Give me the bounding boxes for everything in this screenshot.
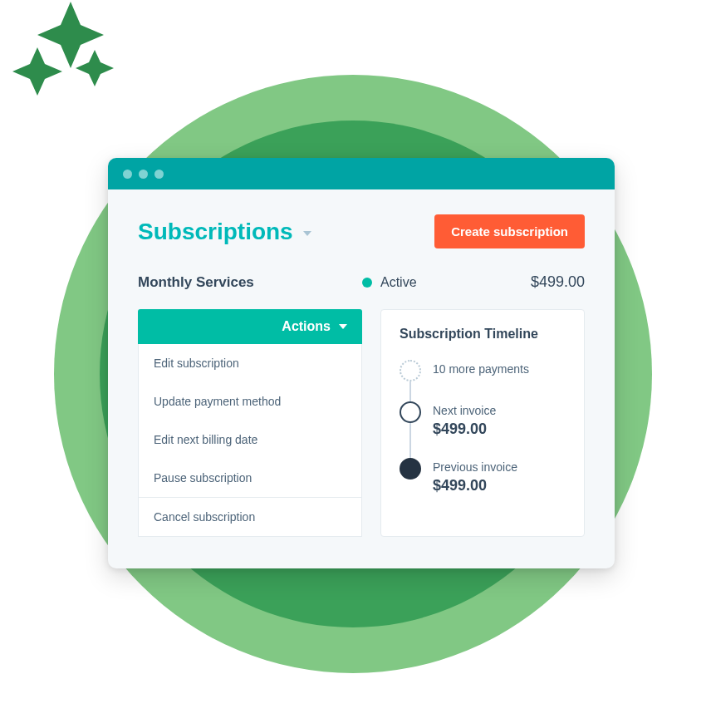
- actions-label: Actions: [282, 319, 331, 334]
- status-dot-icon: [362, 278, 372, 288]
- menu-item-edit-billing-date[interactable]: Edit next billing date: [139, 421, 361, 459]
- window-content: Subscriptions Create subscription Monthl…: [108, 189, 615, 568]
- actions-panel: Actions Edit subscription Update payment…: [138, 309, 362, 537]
- window-dot: [123, 170, 132, 179]
- timeline-list: 10 more payments Next invoice $499.00: [400, 360, 566, 494]
- timeline-node-next-icon: [400, 401, 421, 423]
- window-titlebar: [108, 158, 615, 189]
- actions-dropdown-header[interactable]: Actions: [138, 309, 362, 344]
- create-subscription-button[interactable]: Create subscription: [434, 214, 585, 248]
- timeline-panel: Subscription Timeline 10 more payments: [380, 309, 585, 537]
- menu-item-edit-subscription[interactable]: Edit subscription: [139, 344, 361, 382]
- window-dot: [154, 170, 164, 179]
- timeline-item: 10 more payments: [400, 360, 566, 401]
- timeline-label: 10 more payments: [433, 360, 566, 376]
- header-row: Subscriptions Create subscription: [138, 214, 585, 248]
- timeline-body: Previous invoice $499.00: [433, 458, 566, 494]
- chevron-down-icon: [339, 324, 347, 329]
- timeline-item: Next invoice $499.00: [400, 401, 566, 458]
- subscription-summary-row: Monthly Services Active $499.00: [138, 273, 585, 291]
- timeline-title: Subscription Timeline: [400, 327, 566, 342]
- timeline-item: Previous invoice $499.00: [400, 458, 566, 494]
- page-title-dropdown[interactable]: Subscriptions: [138, 219, 311, 245]
- chevron-down-icon: [303, 231, 311, 236]
- sparkle-icon: [12, 2, 129, 121]
- timeline-label: Next invoice: [433, 401, 566, 417]
- timeline-node-future-icon: [400, 360, 421, 381]
- timeline-body: 10 more payments: [433, 360, 566, 381]
- menu-item-update-payment[interactable]: Update payment method: [139, 382, 361, 421]
- page-title-text: Subscriptions: [138, 219, 293, 245]
- actions-menu: Edit subscription Update payment method …: [138, 344, 362, 537]
- app-window: Subscriptions Create subscription Monthl…: [108, 158, 615, 568]
- timeline-connector: [409, 423, 411, 461]
- menu-item-cancel-subscription[interactable]: Cancel subscription: [139, 497, 361, 536]
- timeline-amount: $499.00: [433, 421, 566, 438]
- timeline-amount: $499.00: [433, 477, 566, 494]
- window-dot: [139, 170, 148, 179]
- menu-item-pause-subscription[interactable]: Pause subscription: [139, 459, 361, 497]
- timeline-label: Previous invoice: [433, 458, 566, 474]
- subscription-amount: $499.00: [531, 273, 585, 291]
- timeline-body: Next invoice $499.00: [433, 401, 566, 438]
- status-label: Active: [380, 275, 417, 290]
- timeline-node-previous-icon: [400, 458, 421, 480]
- main-columns: Actions Edit subscription Update payment…: [138, 309, 585, 537]
- subscription-name: Monthly Services: [138, 274, 362, 291]
- status-badge: Active: [362, 275, 531, 290]
